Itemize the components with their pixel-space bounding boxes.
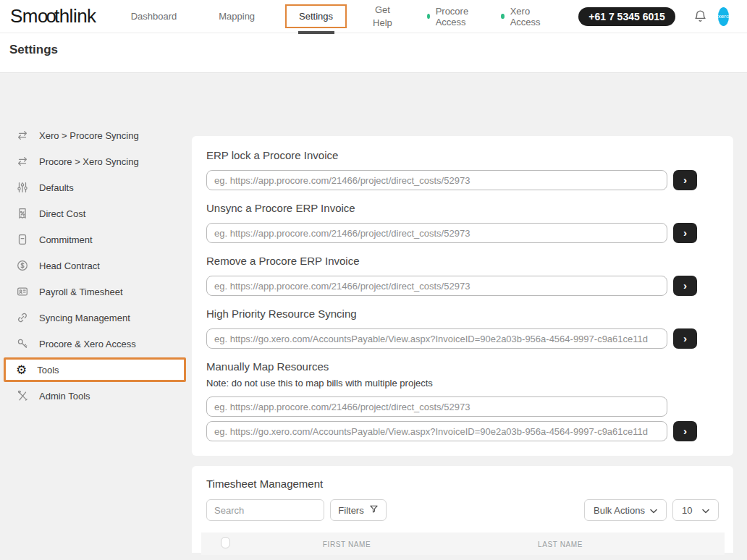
map-procore-url-input[interactable] [206,396,667,417]
section-manually-map: Manually Map Resources Note: do not use … [206,360,719,441]
sidebar-item-procore-xero-access[interactable]: Procore & Xero Access [0,331,192,357]
sync-arrows-icon [16,155,29,168]
high-priority-submit-button[interactable]: › [673,328,697,349]
bulk-actions-button[interactable]: Bulk Actions [584,499,667,521]
id-badge-icon [16,285,29,298]
get-help-line2: Help [373,17,392,30]
section-remove: Remove a Procore ERP Invoice › [206,255,719,296]
section-title: Unsync a Procore ERP Invoice [206,202,719,214]
sidebar-item-tools[interactable]: ⚙ Tools [4,357,186,382]
chevron-down-icon [702,505,709,516]
brand-logo[interactable]: Smoothlink [10,5,96,27]
sidebar-item-direct-cost[interactable]: Direct Cost [0,200,192,226]
top-navbar: Smoothlink Dashboard Mapping Settings Ge… [0,0,747,33]
sidebar-item-xero-procore-syncing[interactable]: Xero > Procore Syncing [0,122,192,148]
chevron-down-icon [650,505,657,516]
sync-arrows-icon [16,129,29,142]
active-tab-indicator [298,31,334,34]
document-icon [16,233,29,246]
column-header-first-name: FIRST NAME [235,540,459,548]
map-submit-button[interactable]: › [673,421,697,441]
phone-number-badge[interactable]: +61 7 5345 6015 [578,7,675,26]
bulk-actions-label: Bulk Actions [594,505,645,516]
nav-dashboard[interactable]: Dashboard [131,11,177,22]
sidebar-item-commitment[interactable]: Commitment [0,226,192,253]
sidebar-item-head-contract[interactable]: Head Contract [0,253,192,279]
page-title: Settings [9,43,738,57]
remove-submit-button[interactable]: › [673,276,697,296]
sidebar-item-label: Procore > Xero Syncing [39,156,139,167]
timesheet-title: Timesheet Management [206,478,719,490]
sidebar-item-label: Head Contract [39,260,100,271]
section-title: High Priority Resource Syncing [206,307,719,320]
main-panel: ERP lock a Procore Invoice › Unsync a Pr… [192,73,747,555]
sliders-icon [16,181,29,194]
select-all-checkbox[interactable] [221,537,230,548]
funnel-icon [369,504,379,516]
sidebar-item-label: Procore & Xero Access [39,339,136,349]
get-help-line1: Get [373,4,392,17]
filters-button[interactable]: Filters [330,499,387,521]
chevron-right-icon: › [683,174,687,185]
dollar-circle-icon [16,259,29,272]
timesheet-table-header: FIRST NAME LAST NAME [201,533,725,555]
sidebar-item-syncing-management[interactable]: Syncing Management [0,305,192,331]
map-xero-url-input[interactable] [206,421,667,441]
link-icon [16,311,29,324]
sidebar-item-label: Syncing Management [39,313,130,323]
chevron-right-icon: › [683,333,687,344]
section-erp-lock: ERP lock a Procore Invoice › [206,149,719,190]
section-title: Manually Map Resources [206,360,719,373]
bell-icon[interactable] [693,9,708,25]
gear-icon: ⚙ [16,364,27,376]
erp-lock-submit-button[interactable]: › [673,170,697,190]
crossed-tools-icon [16,389,29,402]
section-high-priority: High Priority Resource Syncing › [206,307,719,349]
high-priority-url-input[interactable] [206,328,667,349]
settings-sidebar: Xero > Procore Syncing Procore > Xero Sy… [0,73,192,555]
xero-avatar[interactable]: xero [718,7,730,26]
sidebar-item-label: Payroll & Timesheet [39,287,123,297]
logo-text-suffix: thlink [54,5,96,27]
nav-mapping[interactable]: Mapping [219,11,255,22]
sidebar-item-label: Tools [37,365,59,376]
search-input[interactable] [206,499,324,521]
sidebar-item-defaults[interactable]: Defaults [0,174,192,200]
xero-access-label: Xero Access [510,6,543,27]
filters-label: Filters [338,505,363,516]
logo-text: Sm [10,5,38,27]
sidebar-item-label: Commitment [39,234,93,245]
chevron-right-icon: › [683,280,687,291]
content-area: Xero > Procore Syncing Procore > Xero Sy… [0,73,747,555]
nav-settings-label: Settings [299,11,333,22]
sidebar-item-label: Defaults [39,182,74,193]
nav-settings[interactable]: Settings [285,4,347,28]
sidebar-item-payroll-timesheet[interactable]: Payroll & Timesheet [0,279,192,305]
tools-card: ERP lock a Procore Invoice › Unsync a Pr… [192,136,733,456]
sidebar-item-label: Admin Tools [39,391,90,402]
unsync-url-input[interactable] [206,223,667,243]
receipt-percent-icon [16,207,29,220]
section-note: Note: do not use this to map bills with … [206,378,719,389]
sidebar-item-procore-xero-syncing[interactable]: Procore > Xero Syncing [0,148,192,174]
chain-link-oo-icon: oo [38,5,54,27]
page-title-bar: Settings [0,33,747,73]
remove-url-input[interactable] [206,276,667,296]
xero-access-status[interactable]: Xero Access [501,6,542,27]
nav-get-help[interactable]: Get Help [373,4,392,29]
key-icon [16,337,29,350]
chevron-right-icon: › [683,425,687,436]
timesheet-controls: Filters Bulk Actions 10 [206,499,719,521]
xero-status-dot-icon [501,14,504,19]
section-title: ERP lock a Procore Invoice [206,149,719,161]
sidebar-item-admin-tools[interactable]: Admin Tools [0,383,192,409]
timesheet-card: Timesheet Management Filters Bulk Action… [192,466,733,553]
procore-status-dot-icon [427,14,430,19]
erp-lock-url-input[interactable] [206,170,667,190]
sidebar-item-label: Xero > Procore Syncing [39,130,139,141]
page-size-select[interactable]: 10 [672,499,719,521]
unsync-submit-button[interactable]: › [673,223,697,243]
procore-access-status[interactable]: Procore Access [427,6,471,27]
section-unsync: Unsync a Procore ERP Invoice › [206,202,719,243]
page-size-value: 10 [682,505,692,516]
